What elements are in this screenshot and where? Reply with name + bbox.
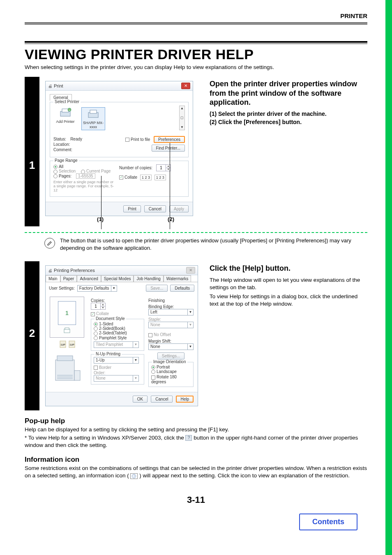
svg-rect-14: [74, 371, 80, 380]
information-icon: i: [130, 473, 138, 479]
step-number: 1: [25, 77, 39, 226]
tab-paper[interactable]: Paper: [60, 275, 77, 282]
help-button[interactable]: Help: [176, 396, 194, 403]
radio-landscape[interactable]: [151, 370, 155, 374]
radio-selection[interactable]: [53, 170, 58, 174]
location-label: Location:: [53, 142, 70, 147]
radio-2sided-tablet[interactable]: [94, 332, 98, 336]
group-label: Page Range: [53, 158, 79, 163]
cancel-button[interactable]: Cancel: [144, 205, 166, 212]
tab-job-handling[interactable]: Job Handling: [134, 275, 163, 282]
chevron-down-icon: ▼: [187, 309, 193, 315]
value: Tiled Pamphlet: [94, 342, 133, 348]
tab-watermarks[interactable]: Watermarks: [164, 275, 191, 282]
copies-input[interactable]: ▲▼: [156, 164, 171, 171]
binding-edge-label: Binding Edge:: [148, 304, 194, 309]
step-2-text: Click the [Help] button. The Help window…: [204, 261, 367, 410]
chevron-down-icon: ▼: [111, 286, 117, 291]
copies-value[interactable]: [157, 165, 166, 171]
dialog-button-row: Print Cancel Apply: [46, 202, 193, 216]
document-style-group: Document Style 1-Sided 2-Sided(Book) 2-S…: [91, 319, 144, 351]
collate-label: Collate: [96, 311, 109, 316]
rotate180-checkbox[interactable]: [151, 375, 155, 380]
scrollbar[interactable]: ▲▢▼: [179, 106, 185, 130]
print-button[interactable]: Print: [123, 205, 141, 212]
border-checkbox[interactable]: [94, 366, 98, 370]
preferences-button[interactable]: Preferences: [154, 136, 185, 143]
tab-advanced[interactable]: Advanced: [77, 275, 101, 282]
print-to-file-checkbox[interactable]: [125, 138, 129, 142]
save-button[interactable]: Save...: [146, 285, 168, 292]
prefs-toolbar: User Settings: Factory Defaults▼ Save...…: [46, 282, 198, 294]
pages-input[interactable]: 1-65535: [76, 173, 95, 179]
cancel-button[interactable]: Cancel: [151, 396, 173, 403]
chevron-down-icon: ▼: [187, 322, 193, 328]
close-icon[interactable]: ✕: [186, 267, 195, 274]
finishing-label: Finishing: [148, 298, 194, 303]
staple-dropdown[interactable]: None▼: [148, 322, 194, 328]
settings-right-column: Finishing Binding Edge: Left▼ Staple: No…: [148, 297, 194, 387]
popup-help-heading: Pop-up help: [25, 417, 367, 425]
tab-main[interactable]: Main: [46, 275, 60, 282]
step-1-sub1: (1) Select the printer driver of the mac…: [210, 111, 367, 117]
step-2-p1: The Help window will open to let you vie…: [210, 276, 367, 291]
step-1-sub2: (2) Click the [Preferences] button.: [210, 119, 367, 125]
svg-rect-13: [57, 356, 73, 361]
page-range-group: Page Range All Selection Current Page Pa…: [50, 161, 189, 197]
tiled-pamphlet-dropdown[interactable]: Tiled Pamphlet▼: [94, 341, 139, 348]
user-settings-value: Factory Defaults: [78, 286, 111, 291]
order-label: Order:: [94, 371, 141, 375]
orientation-group: Image Orientation Portrait Landscape Rot…: [148, 362, 194, 387]
ok-button[interactable]: OK: [133, 396, 148, 403]
tray-icon: [64, 327, 70, 333]
preview-column: 1 1UP 1UP: [50, 297, 87, 387]
callout-1: (1): [45, 216, 107, 222]
add-printer-icon: +: [58, 107, 73, 118]
rule: [25, 44, 367, 44]
text: ) will appear next to the setting. Click…: [139, 472, 350, 479]
contents-button[interactable]: Contents: [299, 514, 357, 530]
no-offset-checkbox[interactable]: [148, 333, 152, 337]
copies-label: Number of copies:: [119, 166, 152, 170]
chevron-down-icon: ▼: [133, 357, 138, 363]
tab-special-modes[interactable]: Special Modes: [101, 275, 134, 282]
radio-pages[interactable]: [53, 174, 58, 178]
step-1-screenshot: 🖨 Print ✕ General Select Printer +: [39, 77, 204, 226]
settings-button[interactable]: Settings...: [157, 352, 184, 359]
page-number: 3-11: [25, 495, 367, 505]
value: Left: [149, 309, 187, 315]
rule: [25, 24, 367, 25]
radio-2sided-book[interactable]: [94, 327, 98, 331]
margin-shift-label: Margin Shift:: [148, 339, 194, 343]
margin-shift-dropdown[interactable]: None▼: [148, 343, 194, 350]
group-label: Document Style: [95, 316, 126, 321]
svg-rect-15: [57, 375, 73, 377]
printer-item-selected[interactable]: SHARP MX-xxxx: [81, 107, 105, 130]
user-settings-dropdown[interactable]: Factory Defaults▼: [77, 285, 117, 292]
order-dropdown[interactable]: None▼: [94, 375, 139, 382]
radio-portrait[interactable]: [151, 365, 155, 369]
radio-all[interactable]: [53, 165, 58, 169]
defaults-button[interactable]: Defaults: [170, 285, 194, 292]
close-icon[interactable]: ✕: [181, 83, 190, 89]
binding-edge-dropdown[interactable]: Left▼: [148, 309, 194, 315]
value: 1-Up: [94, 357, 133, 363]
copies-input[interactable]: ▲▼: [91, 303, 106, 310]
svg-text:1UP: 1UP: [69, 343, 74, 346]
section-header: PRINTER: [25, 12, 367, 19]
current-page-label: Current Page: [86, 169, 111, 173]
svg-rect-7: [65, 328, 69, 329]
nup-dropdown[interactable]: 1-Up▼: [94, 357, 139, 364]
all-label: All: [59, 164, 63, 169]
collate-checkbox[interactable]: [91, 312, 95, 316]
label: Portrait: [157, 365, 170, 369]
separator: [25, 232, 367, 233]
radio-pamphlet[interactable]: [94, 336, 98, 340]
copies-value[interactable]: [91, 303, 100, 309]
add-printer-item[interactable]: + Add Printer: [53, 107, 77, 130]
apply-button[interactable]: Apply: [169, 205, 189, 212]
status-value: Ready: [70, 137, 82, 141]
radio-1sided[interactable]: [94, 322, 98, 326]
find-printer-button[interactable]: Find Printer...: [152, 145, 185, 152]
collate-checkbox[interactable]: [119, 175, 123, 180]
